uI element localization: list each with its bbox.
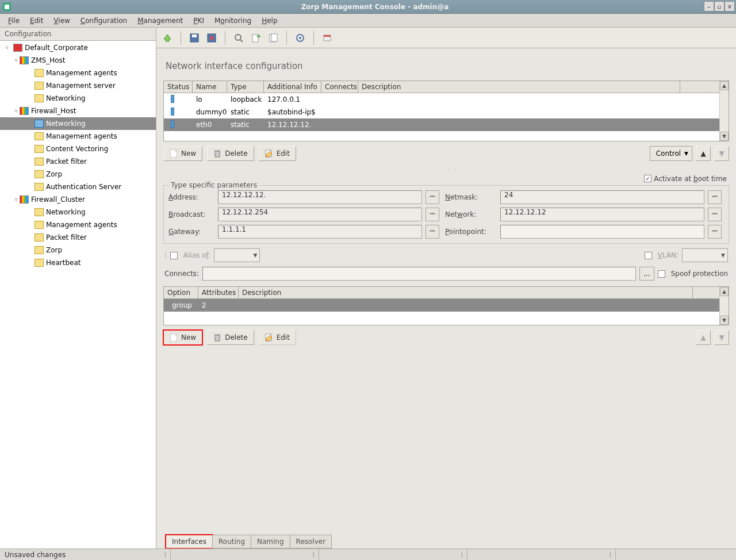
options-delete-button[interactable]: Delete xyxy=(207,330,254,345)
tree-node[interactable]: Networking xyxy=(0,117,156,130)
up-icon[interactable] xyxy=(160,30,175,45)
options-move-up-button[interactable]: ▲ xyxy=(696,330,711,345)
tree-node[interactable]: Management agents xyxy=(0,130,156,143)
alias-combo[interactable]: ▼ xyxy=(214,248,260,262)
control-dropdown[interactable]: Control ▼ xyxy=(650,146,692,161)
config-tree[interactable]: ▿Default_Corporate▿ZMS_HostManagement ag… xyxy=(0,41,156,549)
move-down-button[interactable]: ▼ xyxy=(714,146,729,161)
tree-node[interactable]: ▿ZMS_Host xyxy=(0,54,156,67)
tree-node[interactable]: Networking xyxy=(0,92,156,105)
menu-help[interactable]: Help xyxy=(257,16,282,26)
g-icon xyxy=(34,94,44,102)
options-new-button[interactable]: New xyxy=(163,330,202,345)
delete-button[interactable]: Delete xyxy=(207,146,254,161)
vlan-label: VLAN: xyxy=(658,251,678,259)
tree-node[interactable]: Management agents xyxy=(0,67,156,79)
menu-monitoring[interactable]: Monitoring xyxy=(210,16,256,26)
new-button[interactable]: New xyxy=(163,146,202,161)
tree-label: Zorp xyxy=(46,246,62,254)
column-header[interactable]: Option xyxy=(164,287,198,298)
tree-node[interactable]: ▿Firewall_Cluster xyxy=(0,193,156,206)
tree-node[interactable]: Authentication Server xyxy=(0,181,156,193)
tree-node[interactable]: Content Vectoring xyxy=(0,143,156,155)
menu-edit[interactable]: Edit xyxy=(25,16,48,26)
tree-node[interactable]: ▿Firewall_Host xyxy=(0,105,156,117)
options-move-down-button[interactable]: ▼ xyxy=(714,330,729,345)
tree-node[interactable]: Zorp xyxy=(0,168,156,181)
broadcast-input[interactable]: 12.12.12.254 xyxy=(218,208,422,221)
spoof-checkbox[interactable]: ✓ xyxy=(658,270,665,278)
network-input[interactable]: 12.12.12.12 xyxy=(500,208,704,221)
tree-node[interactable]: ▿Default_Corporate xyxy=(0,41,156,54)
column-header[interactable]: Description xyxy=(239,287,693,298)
tree-node[interactable]: Packet filter xyxy=(0,231,156,244)
tab-routing[interactable]: Routing xyxy=(212,535,251,549)
import-icon[interactable] xyxy=(266,30,281,45)
find-icon[interactable] xyxy=(231,30,246,45)
gateway-input[interactable]: 1.1.1.1 xyxy=(218,225,422,239)
tab-interfaces[interactable]: Interfaces xyxy=(166,535,213,549)
browse-button[interactable]: ... xyxy=(639,267,654,281)
table-row[interactable]: dummy0static$autobind-ip$ xyxy=(164,106,719,118)
column-header[interactable]: Attributes xyxy=(198,287,239,298)
connects-input[interactable] xyxy=(202,267,636,281)
options-edit-button[interactable]: Edit xyxy=(259,330,296,345)
column-header[interactable]: Connects xyxy=(321,81,358,93)
bars-icon xyxy=(20,56,29,64)
scroll-up-icon[interactable]: ▲ xyxy=(720,287,729,296)
column-header[interactable]: Name xyxy=(193,81,227,93)
options-header: OptionAttributesDescription xyxy=(164,287,719,299)
tab-naming[interactable]: Naming xyxy=(251,535,290,549)
tree-node[interactable]: Management agents xyxy=(0,218,156,231)
svg-rect-15 xyxy=(215,151,220,157)
link-icon[interactable] xyxy=(708,208,722,221)
tab-resolver[interactable]: Resolver xyxy=(290,535,332,549)
table-row[interactable]: eth0static12.12.12.12. xyxy=(164,118,719,131)
table-row[interactable]: loloopback127.0.0.1 xyxy=(164,93,719,106)
menu-management[interactable]: Management xyxy=(133,16,187,26)
link-icon[interactable] xyxy=(425,190,439,204)
column-header[interactable]: Additional Info xyxy=(264,81,321,93)
tree-node[interactable]: Management server xyxy=(0,79,156,92)
menu-view[interactable]: View xyxy=(49,16,74,26)
link-icon[interactable] xyxy=(708,225,722,239)
scrollbar[interactable]: ▲ ▼ xyxy=(719,287,729,325)
tree-label: Management agents xyxy=(46,221,117,229)
menu-pki[interactable]: PKI xyxy=(189,16,209,26)
link-icon[interactable] xyxy=(425,225,439,239)
scrollbar[interactable]: ▲ ▼ xyxy=(719,81,729,141)
address-input[interactable]: 12.12.12.12. xyxy=(218,190,422,204)
menu-configuration[interactable]: Configuration xyxy=(76,16,132,26)
menu-file[interactable]: File xyxy=(3,16,24,26)
save-icon[interactable] xyxy=(187,30,202,45)
tree-node[interactable]: Networking xyxy=(0,206,156,218)
scroll-down-icon[interactable]: ▼ xyxy=(720,132,729,141)
table-row[interactable]: group2 xyxy=(164,299,719,312)
link-icon[interactable] xyxy=(708,190,722,204)
tree-node[interactable]: Packet filter xyxy=(0,155,156,168)
revert-icon[interactable] xyxy=(204,30,219,45)
activate-boot-checkbox[interactable]: ✓ xyxy=(644,175,651,182)
tree-node[interactable]: Zorp xyxy=(0,244,156,256)
vlan-checkbox[interactable]: ✓ xyxy=(645,252,652,259)
host-icon[interactable] xyxy=(320,30,335,45)
column-header[interactable]: Description xyxy=(358,81,680,93)
scroll-up-icon[interactable]: ▲ xyxy=(720,81,729,90)
minimize-button[interactable]: ‒ xyxy=(704,1,714,11)
maximize-button[interactable]: ▫ xyxy=(714,1,724,11)
tree-node[interactable]: Heartbeat xyxy=(0,256,156,269)
page-tabs: Interfaces Routing Naming Resolver xyxy=(163,535,729,549)
close-button[interactable]: × xyxy=(724,1,735,11)
column-header[interactable]: Status xyxy=(164,81,193,93)
settings-icon[interactable] xyxy=(293,30,308,45)
edit-button[interactable]: Edit xyxy=(259,146,296,161)
column-header[interactable]: Type xyxy=(227,81,264,93)
netmask-input[interactable]: 24 xyxy=(500,190,704,204)
scroll-down-icon[interactable]: ▼ xyxy=(720,316,729,325)
move-up-button[interactable]: ▲ xyxy=(696,146,711,161)
pointopoint-input[interactable] xyxy=(500,225,704,239)
link-icon[interactable] xyxy=(425,208,439,221)
alias-checkbox[interactable]: ✓ xyxy=(170,252,178,259)
vlan-combo[interactable]: ▼ xyxy=(682,248,728,262)
export-icon[interactable] xyxy=(248,30,263,45)
